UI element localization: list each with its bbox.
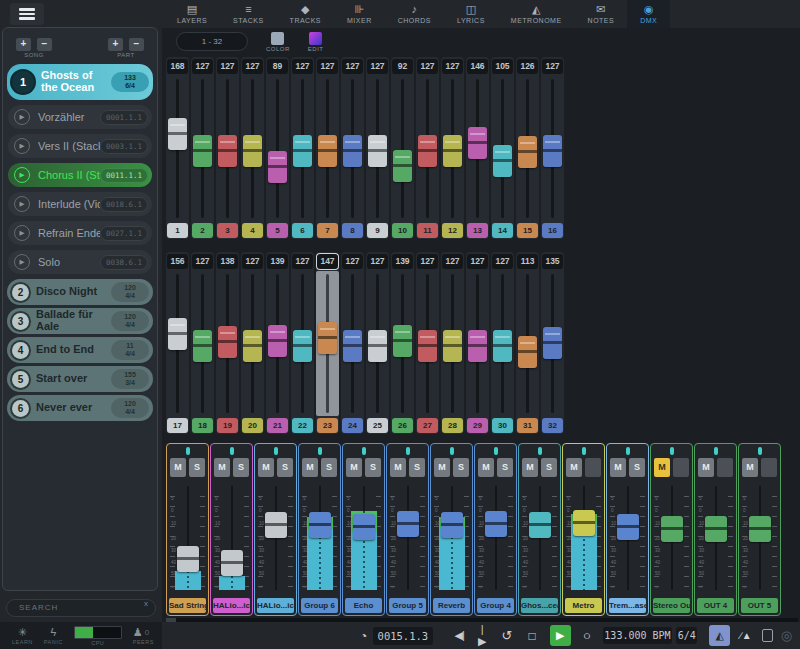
tab-notes[interactable]: ✉NOTES [575,0,628,28]
setlist-part-item[interactable]: ▶Refrain Ende0027.1.1 [8,221,152,245]
channel-range-selector[interactable]: 1 - 32 [176,32,248,51]
dmx-channel-number[interactable]: 9 [367,223,388,238]
fader-handle[interactable] [518,136,537,168]
fader-handle[interactable] [393,325,412,357]
time-display[interactable]: 0015.1.3 [373,627,432,645]
mute-button[interactable]: M [258,458,274,477]
channel-fader-handle[interactable] [177,546,199,572]
fader-handle[interactable] [368,330,387,362]
sync-icon[interactable]: ◎ [781,628,792,643]
channel-name-label[interactable]: Reverb [433,598,470,613]
dmx-channel-number[interactable]: 15 [517,223,538,238]
solo-button[interactable]: S [409,458,425,477]
dmx-fader[interactable] [516,271,539,416]
mute-button[interactable]: M [698,458,714,477]
tab-stacks[interactable]: ≡STACKS [220,0,277,28]
search-clear-icon[interactable]: x [144,599,148,608]
precount-icon[interactable]: ∕▲ [740,630,752,641]
dmx-channel-number[interactable]: 27 [417,418,438,433]
mute-button[interactable]: M [654,458,670,477]
mute-button[interactable]: M [170,458,186,477]
fader-handle[interactable] [168,318,187,350]
solo-button[interactable]: S [365,458,381,477]
dmx-fader[interactable] [491,271,514,416]
mute-button[interactable]: M [390,458,406,477]
dmx-channel-number[interactable]: 32 [542,418,563,433]
setlist-song-item[interactable]: 5Start over1553/4 [7,366,153,392]
mute-button[interactable]: M [302,458,318,477]
fader-handle[interactable] [318,322,337,354]
solo-button[interactable]: S [321,458,337,477]
channel-fader-handle[interactable] [353,514,375,540]
dmx-channel-number[interactable]: 11 [417,223,438,238]
fader-handle[interactable] [443,135,462,167]
fader-handle[interactable] [368,135,387,167]
setlist-part-item[interactable]: ▶Solo0038.6.1 [8,250,152,274]
dmx-channel-number[interactable]: 28 [442,418,463,433]
channel-name-label[interactable]: Group 4 [477,598,514,613]
setlist-song-item[interactable]: 1Ghosts of the Ocean1336/4 [7,64,153,100]
play-icon[interactable]: ▶ [14,109,30,125]
metronome-toggle-button[interactable]: ◭ [709,625,730,646]
mute-button[interactable]: M [346,458,362,477]
dmx-channel-number[interactable]: 5 [267,223,288,238]
dmx-channel-number[interactable]: 19 [217,418,238,433]
record-button[interactable]: ○ [583,628,591,643]
dmx-fader[interactable] [366,271,389,416]
dmx-channel-number[interactable]: 12 [442,223,463,238]
dmx-channel-number[interactable]: 20 [242,418,263,433]
fader-handle[interactable] [218,326,237,358]
fader-handle[interactable] [468,127,487,159]
mute-button[interactable]: M [214,458,230,477]
dmx-channel-number[interactable]: 17 [167,418,188,433]
channel-fader-handle[interactable] [221,550,243,576]
channel-name-label[interactable]: Sad Strings [169,598,206,613]
channel-fader-handle[interactable] [265,512,287,538]
setlist-song-item[interactable]: 4End to End114/4 [7,337,153,363]
play-icon[interactable]: ▶ [14,167,30,183]
fader-handle[interactable] [393,150,412,182]
dmx-fader[interactable] [291,271,314,416]
dmx-fader[interactable] [266,76,289,221]
dmx-channel-number[interactable]: 14 [492,223,513,238]
remove-part-button[interactable]: − [129,38,144,51]
fader-handle[interactable] [418,330,437,362]
time-signature-display[interactable]: 6/4 [676,627,697,644]
stop-button[interactable]: □ [528,629,535,643]
dmx-channel-number[interactable]: 10 [392,223,413,238]
dmx-fader[interactable] [191,76,214,221]
dmx-channel-number[interactable]: 8 [342,223,363,238]
solo-button[interactable]: S [233,458,249,477]
fader-handle[interactable] [268,151,287,183]
fader-handle[interactable] [243,135,262,167]
dmx-fader[interactable] [541,76,564,221]
remove-song-button[interactable]: − [37,38,52,51]
dmx-fader[interactable] [316,271,339,416]
tab-dmx[interactable]: ◉DMX [627,0,670,28]
play-button[interactable]: ▶ [550,625,571,646]
dmx-channel-number[interactable]: 7 [317,223,338,238]
solo-button[interactable]: S [277,458,293,477]
dmx-fader[interactable] [266,271,289,416]
fader-handle[interactable] [468,330,487,362]
panic-button[interactable]: ϟ PANIC [44,627,63,645]
fader-handle[interactable] [343,330,362,362]
mute-button[interactable]: M [610,458,626,477]
mute-button[interactable]: M [742,458,758,477]
channel-fader-handle[interactable] [749,516,771,542]
fader-handle[interactable] [193,135,212,167]
dmx-fader[interactable] [216,76,239,221]
play-icon[interactable]: ▶ [14,225,30,241]
add-part-button[interactable]: + [108,38,123,51]
setlist-song-item[interactable]: 3Ballade für Aale1204/4 [7,308,153,334]
dmx-channel-number[interactable]: 29 [467,418,488,433]
menu-icon[interactable] [10,3,44,25]
channel-name-label[interactable]: Trem...aser [609,598,646,613]
solo-button[interactable]: S [629,458,645,477]
dmx-channel-number[interactable]: 26 [392,418,413,433]
dmx-fader[interactable] [391,271,414,416]
dmx-channel-number[interactable]: 22 [292,418,313,433]
dmx-fader[interactable] [441,76,464,221]
dmx-fader[interactable] [391,76,414,221]
setlist-part-item[interactable]: ▶Vorzähler0001.1.1 [8,105,152,129]
